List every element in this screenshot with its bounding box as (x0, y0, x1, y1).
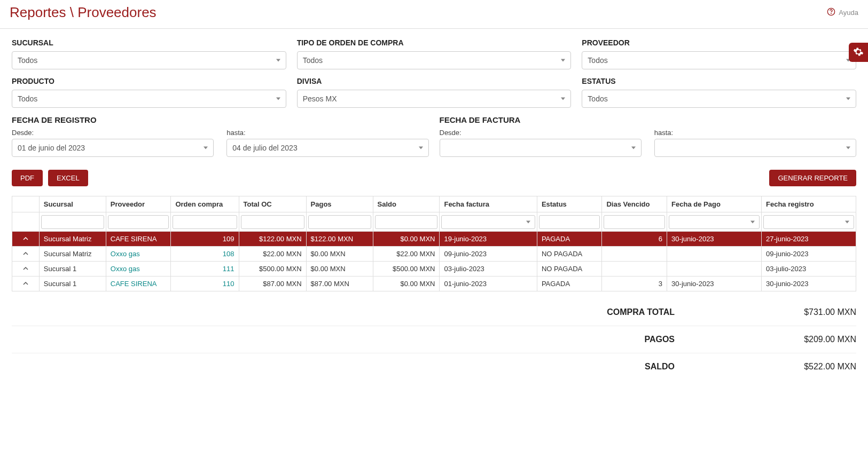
cell-sucursal: Sucursal 1 (39, 276, 106, 291)
table-row[interactable]: Sucursal 1Oxxo gas111$500.00 MXN$0.00 MX… (12, 262, 856, 276)
sum-saldo-label: SALDO (578, 362, 675, 372)
filter-ffactura[interactable] (441, 215, 535, 229)
estatus-value: Todos (588, 94, 607, 103)
divisa-value: Pesos MX (303, 94, 337, 103)
th-pagos[interactable]: Pagos (306, 196, 373, 212)
th-fregistro[interactable]: Fecha registro (762, 196, 856, 212)
cell-saldo: $0.00 MXN (373, 232, 440, 247)
tipo-orden-select[interactable]: Todos (297, 51, 572, 69)
divisa-select[interactable]: Pesos MX (297, 90, 572, 108)
cell-fregistro: 09-junio-2023 (762, 247, 856, 262)
cell-orden[interactable]: 111 (171, 262, 239, 276)
cell-dias (602, 247, 667, 262)
cell-ffactura: 01-junio-2023 (440, 276, 537, 291)
chevron-up-icon[interactable] (12, 247, 40, 262)
proveedor-value: Todos (588, 56, 607, 65)
ff-hasta-select[interactable] (654, 139, 856, 157)
filter-pagos[interactable] (308, 215, 371, 229)
sum-saldo-val: $522.00 MXN (675, 362, 856, 372)
fr-desde-value: 01 de junio del 2023 (18, 144, 85, 152)
chevron-up-icon[interactable] (12, 276, 40, 291)
fr-hasta-label: hasta: (226, 129, 428, 137)
cell-dias (602, 262, 667, 276)
th-sucursal[interactable]: Sucursal (39, 196, 106, 212)
proveedor-label: PROVEEDOR (582, 38, 856, 47)
producto-value: Todos (18, 94, 37, 103)
cell-ffactura: 19-junio-2023 (440, 232, 537, 247)
table-row[interactable]: Sucursal 1CAFE SIRENA110$87.00 MXN$87.00… (12, 276, 856, 291)
breadcrumb: Reportes \ Proveedores (10, 4, 157, 21)
table-row[interactable]: Sucursal MatrizCAFE SIRENA109$122.00 MXN… (12, 232, 856, 247)
proveedor-select[interactable]: Todos (582, 51, 856, 69)
sum-pagos-label: PAGOS (578, 335, 675, 344)
th-proveedor[interactable]: Proveedor (106, 196, 171, 212)
filter-sucursal[interactable] (41, 215, 104, 229)
cell-proveedor[interactable]: Oxxo gas (106, 247, 171, 262)
cell-sucursal: Sucursal 1 (39, 262, 106, 276)
fr-hasta-value: 04 de julio del 2023 (232, 144, 297, 152)
cell-ffactura: 09-junio-2023 (440, 247, 537, 262)
cell-orden[interactable]: 109 (171, 232, 239, 247)
th-saldo[interactable]: Saldo (373, 196, 440, 212)
th-total[interactable]: Total OC (239, 196, 306, 212)
cell-fpago: 30-junio-2023 (667, 276, 762, 291)
generar-reporte-button[interactable]: GENERAR REPORTE (769, 170, 856, 186)
th-dias[interactable]: Dias Vencido (602, 196, 667, 212)
producto-select[interactable]: Todos (12, 90, 286, 108)
cell-orden[interactable]: 110 (171, 276, 239, 291)
th-fpago[interactable]: Fecha de Pago (667, 196, 762, 212)
producto-label: PRODUCTO (12, 77, 286, 85)
cell-total: $122.00 MXN (239, 232, 306, 247)
ff-desde-label: Desde: (440, 129, 642, 137)
cell-total: $22.00 MXN (239, 247, 306, 262)
gear-icon (853, 46, 864, 59)
filter-estatus[interactable] (539, 215, 600, 229)
filter-orden[interactable] (173, 215, 237, 229)
sucursal-select[interactable]: Todos (12, 51, 286, 69)
fecha-registro-title: FECHA DE REGISTRO (12, 115, 429, 124)
svg-point-1 (831, 13, 832, 14)
cell-proveedor[interactable]: CAFE SIRENA (106, 276, 171, 291)
cell-proveedor[interactable]: Oxxo gas (106, 262, 171, 276)
fecha-factura-title: FECHA DE FACTURA (440, 115, 857, 124)
sucursal-value: Todos (18, 56, 37, 65)
filter-fregistro[interactable] (763, 215, 854, 229)
cell-pagos: $0.00 MXN (306, 262, 373, 276)
cell-pagos: $0.00 MXN (306, 247, 373, 262)
th-orden[interactable]: Orden compra (171, 196, 239, 212)
cell-total: $87.00 MXN (239, 276, 306, 291)
chevron-up-icon[interactable] (12, 232, 40, 247)
settings-tab[interactable] (849, 43, 868, 62)
th-estatus[interactable]: Estatus (537, 196, 602, 212)
filter-dias[interactable] (604, 215, 665, 229)
help-link[interactable]: Ayuda (827, 7, 858, 18)
cell-fpago (667, 262, 762, 276)
estatus-select[interactable]: Todos (582, 90, 856, 108)
cell-proveedor[interactable]: CAFE SIRENA (106, 232, 171, 247)
cell-saldo: $500.00 MXN (373, 262, 440, 276)
fr-desde-select[interactable]: 01 de junio del 2023 (12, 139, 214, 157)
report-table: Sucursal Proveedor Orden compra Total OC… (12, 196, 856, 291)
tipo-orden-value: Todos (303, 56, 323, 65)
chevron-up-icon[interactable] (12, 262, 40, 276)
filter-fpago[interactable] (669, 215, 760, 229)
filter-total[interactable] (241, 215, 304, 229)
cell-fpago: 30-junio-2023 (667, 232, 762, 247)
ff-desde-select[interactable] (440, 139, 642, 157)
pdf-button[interactable]: PDF (12, 170, 43, 186)
filter-proveedor[interactable] (108, 215, 169, 229)
help-icon (827, 7, 835, 18)
th-ffactura[interactable]: Fecha factura (440, 196, 537, 212)
fr-hasta-select[interactable]: 04 de julio del 2023 (226, 139, 428, 157)
filter-saldo[interactable] (375, 215, 438, 229)
excel-button[interactable]: EXCEL (48, 170, 88, 186)
table-row[interactable]: Sucursal MatrizOxxo gas108$22.00 MXN$0.0… (12, 247, 856, 262)
sum-pagos-val: $209.00 MXN (675, 335, 856, 344)
sum-compra-val: $731.00 MXN (675, 307, 856, 317)
help-label: Ayuda (839, 9, 858, 17)
cell-saldo: $0.00 MXN (373, 276, 440, 291)
cell-estatus: NO PAGADA (537, 247, 602, 262)
cell-estatus: PAGADA (537, 276, 602, 291)
cell-orden[interactable]: 108 (171, 247, 239, 262)
cell-total: $500.00 MXN (239, 262, 306, 276)
